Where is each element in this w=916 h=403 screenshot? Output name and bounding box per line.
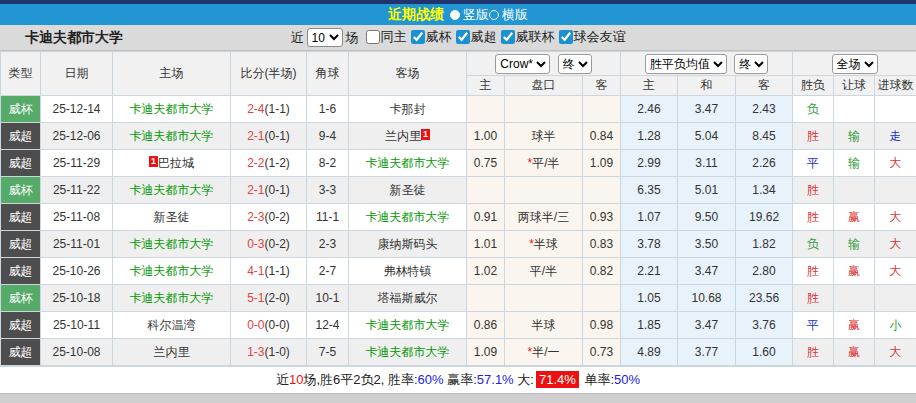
wdl-result: 负 <box>793 231 834 258</box>
home-team: 卡迪夫都市大学 <box>113 96 231 123</box>
wdl-result: 胜 <box>793 285 834 312</box>
euro-home-odds: 1.07 <box>621 204 678 231</box>
filter-item[interactable]: 球会友谊 <box>559 28 626 46</box>
team-label: 卡那封 <box>390 102 426 116</box>
asia-home-odds <box>467 96 505 123</box>
goals-result <box>875 177 916 204</box>
asia-home-odds <box>467 285 505 312</box>
handicap-label: 半球 <box>532 318 556 332</box>
goals-result: 大 <box>875 231 916 258</box>
asia-away-odds: 0.98 <box>583 312 621 339</box>
match-date: 25-10-26 <box>41 258 113 285</box>
handicap-result: 赢 <box>834 339 875 366</box>
team-label: 兰内里 <box>154 345 190 359</box>
home-team: 卡迪夫都市大学 <box>113 177 231 204</box>
match-date: 25-11-01 <box>41 231 113 258</box>
competition-filter-group: 同主威杯威超威联杯球会友谊 <box>362 28 626 47</box>
match-date: 25-11-08 <box>41 204 113 231</box>
euro-away-odds: 1.82 <box>736 231 793 258</box>
odds-source-select[interactable]: Crow* <box>495 54 550 74</box>
table-row: 威超25-12-06卡迪夫都市大学2-1(0-1)9-4兰内里11.00球半0.… <box>1 123 916 150</box>
away-team: 卡迪夫都市大学 <box>349 150 467 177</box>
europe-time-select[interactable]: 终 <box>734 54 768 74</box>
red-card-icon: 1 <box>149 156 158 167</box>
summary-segment: 单率: <box>581 372 614 387</box>
half-score: (1-0) <box>265 345 290 359</box>
away-team: 弗林特镇 <box>349 258 467 285</box>
asia-handicap <box>505 177 583 204</box>
team-label: 巴拉城 <box>158 156 194 170</box>
filter-item[interactable]: 威杯 <box>411 28 452 46</box>
filter-label: 威杯 <box>426 28 452 46</box>
away-team: 卡迪夫都市大学 <box>349 339 467 366</box>
full-score: 0-0 <box>247 318 264 332</box>
team-label: 卡迪夫都市大学 <box>130 102 214 116</box>
type-badge: 威超 <box>1 150 41 177</box>
half-score: (0-2) <box>265 237 290 251</box>
match-date: 25-11-22 <box>41 177 113 204</box>
away-team: 卡迪夫都市大学 <box>349 204 467 231</box>
summary-segment: 50% <box>614 372 640 387</box>
goals-result: 大 <box>875 150 916 177</box>
home-team: 卡迪夫都市大学 <box>113 258 231 285</box>
corner-score: 7-5 <box>307 339 349 366</box>
full-score: 2-2 <box>247 156 264 170</box>
asia-odds-header: Crow* 终 <box>467 52 621 76</box>
asia-handicap: 两球半/三 <box>505 204 583 231</box>
filter-checkbox[interactable] <box>501 30 515 44</box>
match-date: 25-10-11 <box>41 312 113 339</box>
handicap-result: 赢 <box>834 204 875 231</box>
half-score: (1-2) <box>265 156 290 170</box>
goals-result: 大 <box>875 258 916 285</box>
corner-score: 9-4 <box>307 123 349 150</box>
period-header: 全场 <box>793 52 916 76</box>
filter-item[interactable]: 威联杯 <box>501 28 555 46</box>
filter-item[interactable]: 同主 <box>366 28 407 46</box>
filter-checkbox[interactable] <box>559 30 573 44</box>
table-row: 威超25-11-01卡迪夫都市大学0-3(0-2)2-3康纳斯码头1.01*半球… <box>1 231 916 258</box>
team-name: 卡迪夫都市大学 <box>25 29 123 47</box>
table-row: 威杯25-11-22卡迪夫都市大学2-1(0-1)3-3新圣徒6.355.011… <box>1 177 916 204</box>
sub-header-euro-draw: 和 <box>678 76 736 96</box>
euro-away-odds: 8.45 <box>736 123 793 150</box>
match-score: 0-3(0-2) <box>231 231 307 258</box>
euro-draw-odds: 10.68 <box>678 285 736 312</box>
team-label: 科尔温湾 <box>148 318 196 332</box>
euro-draw-odds: 3.50 <box>678 231 736 258</box>
wdl-result: 平 <box>793 150 834 177</box>
asia-away-odds: 0.83 <box>583 231 621 258</box>
euro-draw-odds: 3.77 <box>678 339 736 366</box>
type-badge: 威杯 <box>1 96 41 123</box>
team-label: 塔福斯威尔 <box>378 291 438 305</box>
filter-checkbox[interactable] <box>411 30 425 44</box>
handicap-result <box>834 177 875 204</box>
radio-selected-icon[interactable] <box>450 10 460 20</box>
odds-time-select[interactable]: 终 <box>558 54 592 74</box>
type-badge: 威超 <box>1 339 41 366</box>
match-date: 25-10-18 <box>41 285 113 312</box>
wdl-result: 胜 <box>793 204 834 231</box>
handicap-label: 半球 <box>534 237 558 251</box>
asia-handicap: 球半 <box>505 123 583 150</box>
match-score: 2-2(1-2) <box>231 150 307 177</box>
home-team: 新圣徒 <box>113 204 231 231</box>
euro-draw-odds: 3.47 <box>678 312 736 339</box>
match-score: 2-1(0-1) <box>231 123 307 150</box>
layout-option-label: 竖版 <box>463 6 489 24</box>
away-team: 卡那封 <box>349 96 467 123</box>
layout-option-label: 横版 <box>502 6 528 24</box>
filter-checkbox[interactable] <box>366 30 380 44</box>
filter-item[interactable]: 威超 <box>456 28 497 46</box>
filter-checkbox[interactable] <box>456 30 470 44</box>
radio-unselected-icon[interactable] <box>489 10 499 20</box>
europe-odds-select[interactable]: 胜平负均值 <box>645 54 727 74</box>
match-count-select[interactable]: 10 <box>307 28 343 47</box>
layout-option[interactable]: 竖版 <box>450 6 489 24</box>
period-select[interactable]: 全场 <box>832 54 878 74</box>
euro-home-odds: 2.46 <box>621 96 678 123</box>
layout-option[interactable]: 横版 <box>489 6 528 24</box>
half-score: (0-1) <box>265 183 290 197</box>
handicap-result <box>834 96 875 123</box>
handicap-result: 输 <box>834 231 875 258</box>
layout-toggle-group: 竖版横版 <box>450 6 528 24</box>
